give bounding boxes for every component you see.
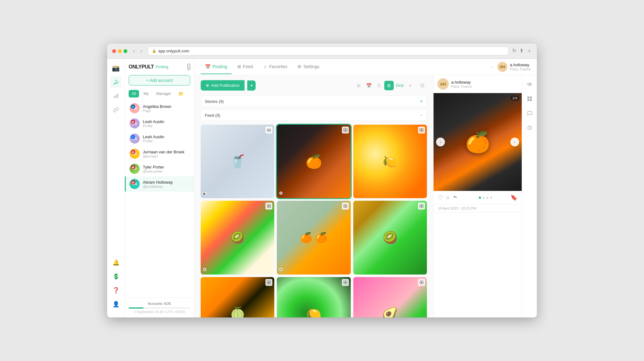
add-account-button[interactable]: + Add account <box>129 75 190 86</box>
preview-badge: 2/4 <box>511 96 519 101</box>
account-type-angelika: Page <box>143 109 190 113</box>
account-name-leah-fb: Leah Austin <box>143 134 190 139</box>
preview-prev-button[interactable]: ‹ <box>436 138 445 146</box>
post-card-7[interactable]: 🍈 <box>201 277 274 317</box>
account-item-tyler[interactable]: TP ◉ Tyler Porter @tyler.porter <box>125 161 194 176</box>
close-button[interactable] <box>112 49 116 53</box>
post-card-1[interactable]: 🥤 <box>201 125 274 198</box>
preview-share-button[interactable] <box>453 194 458 201</box>
filter-tab-all[interactable]: All <box>129 90 139 98</box>
preview-dot-1 <box>479 197 481 199</box>
post-card-5[interactable]: 🍊 🍊 <box>277 201 350 274</box>
eye-view-button[interactable] <box>524 79 535 90</box>
forward-button[interactable]: › <box>138 48 144 55</box>
grid-view-button[interactable] <box>524 93 535 104</box>
profile-icon-btn[interactable]: 👤 <box>110 299 122 310</box>
svg-rect-29 <box>345 282 346 283</box>
view-buttons: ⊞ 📅 ☰ ⊞ Grid ≡ <box>354 81 415 90</box>
svg-point-43 <box>529 84 530 85</box>
preview-like-button[interactable]: ♡ <box>438 194 443 201</box>
nav-favorites[interactable]: ☆ Favorites <box>259 60 292 74</box>
logo-icon-btn[interactable]: 📸 <box>110 62 122 74</box>
account-info-tyler: Tyler Porter @tyler.porter <box>143 165 190 173</box>
svg-rect-3 <box>117 94 118 98</box>
stories-title: Stories (9) <box>205 99 224 104</box>
view-grid2-button[interactable]: ⊞ <box>354 81 363 90</box>
account-name-angelika: Angelika Brown <box>143 104 190 109</box>
filter-tab-my[interactable]: My <box>140 90 152 98</box>
reload-button[interactable]: ↻ <box>512 48 516 54</box>
lock-icon: 🔒 <box>152 49 156 53</box>
comments-button[interactable] <box>524 108 535 119</box>
account-type-leah-ig: Profile <box>143 124 190 128</box>
post-card-7-type-icon <box>265 279 272 286</box>
account-item-angelika[interactable]: AB in Angelika Brown Page <box>125 101 194 116</box>
svg-rect-44 <box>527 97 529 98</box>
address-bar[interactable]: 🔒 app.onlypult.com <box>148 47 508 55</box>
add-publication-button[interactable]: ⊕ Add Publication <box>201 80 245 91</box>
instagram-badge-jurriaan: ◉ <box>131 150 135 154</box>
back-button[interactable]: ‹ <box>131 48 137 55</box>
view-calendar-button[interactable]: 📅 <box>364 81 374 90</box>
account-item-jurriaan[interactable]: JB ◉ Jurriaan van der Broek @jurriaan <box>125 146 194 161</box>
filter-folder-icon[interactable]: 📁 <box>176 90 186 98</box>
expand-nav-button[interactable]: › <box>492 65 493 69</box>
post-card-2-bottom <box>279 191 283 196</box>
view-list-button[interactable]: ☰ <box>374 81 384 90</box>
links-icon-btn[interactable] <box>110 104 122 115</box>
right-panel-username: a.holloway <box>451 80 472 85</box>
filter-tab-manager[interactable]: Manager <box>153 90 174 98</box>
feed-section-header: Feed (9) − <box>201 109 427 121</box>
add-publication-dropdown[interactable]: ▾ <box>247 80 256 91</box>
svg-rect-9 <box>345 129 346 131</box>
preview-next-button[interactable]: › <box>510 138 519 146</box>
maximize-button[interactable] <box>124 49 127 53</box>
new-tab-button[interactable]: ＋ <box>527 48 532 54</box>
nav-user[interactable]: AH a.holloway Paris, France <box>497 62 531 72</box>
view-compact-button[interactable]: ≡ <box>405 81 415 90</box>
account-avatar-tyler: TP ◉ <box>130 164 140 174</box>
feed-collapse-button[interactable]: − <box>420 112 423 118</box>
nav-posting[interactable]: 📅 Posting <box>201 60 232 74</box>
accounts-progress-fill <box>129 307 143 309</box>
help-icon-btn[interactable]: ❓ <box>110 285 122 296</box>
post-card-1-type-icon <box>265 127 272 133</box>
account-item-leah-fb[interactable]: LA f Leah Austin Profile <box>125 131 194 146</box>
preview-bookmark-button[interactable]: 🔖 <box>510 194 517 201</box>
post-card-9[interactable]: 🥑 <box>353 277 427 317</box>
svg-rect-33 <box>421 282 422 283</box>
preview-comment-button[interactable]: ○ <box>446 194 450 201</box>
account-avatar-leah-fb: LA f <box>130 133 140 144</box>
view-grid3-button[interactable]: ⊞ <box>384 81 394 90</box>
posting-icon-btn[interactable] <box>110 76 122 88</box>
analytics-icon-btn[interactable] <box>110 90 122 102</box>
nav-feed[interactable]: ⊞ Feed <box>233 60 258 74</box>
account-item-abram[interactable]: AH ◉ Abram Holloway @a.holloway <box>125 176 194 192</box>
history-button[interactable] <box>524 122 535 133</box>
account-list: AB in Angelika Brown Page LA ◉ Lea <box>125 99 194 298</box>
post-card-3[interactable]: 🍋 <box>353 125 427 198</box>
post-card-8[interactable]: 🍋 <box>277 277 350 317</box>
right-panel-header: AH a.holloway Paris, France <box>434 75 522 93</box>
minimize-button[interactable] <box>118 49 122 53</box>
nav-settings[interactable]: ⚙ Settings <box>293 60 324 74</box>
notifications-icon-btn[interactable]: 🔔 <box>110 257 122 268</box>
app-container: 📸 <box>107 59 537 317</box>
account-name-tyler: Tyler Porter <box>143 165 190 169</box>
account-item-leah-ig[interactable]: LA ◉ Leah Austin Profile <box>125 116 194 131</box>
filter-options-button[interactable]: ⊟ <box>417 81 427 90</box>
post-card-6[interactable]: 🥝 <box>353 201 427 274</box>
stories-add-button[interactable]: + <box>420 98 423 104</box>
feed-title: Feed (9) <box>205 113 220 118</box>
account-info-leah-ig: Leah Austin Profile <box>143 119 190 128</box>
nav-location: Paris, France <box>510 67 531 71</box>
sidebar-collapse-button[interactable]: ‹ <box>187 64 190 70</box>
brand-tag: Posting <box>156 65 168 69</box>
share-button[interactable]: ⬆ <box>519 48 524 54</box>
post-card-2[interactable]: 🍊 <box>277 125 350 198</box>
svg-rect-13 <box>421 129 422 131</box>
post-card-4[interactable]: 🥝 <box>201 201 274 274</box>
account-avatar-abram: AH ◉ <box>130 179 140 189</box>
billing-icon-btn[interactable]: 💲 <box>110 271 122 282</box>
main-content: 📅 Posting ⊞ Feed ☆ Favorites ⚙ Settings … <box>194 59 537 317</box>
